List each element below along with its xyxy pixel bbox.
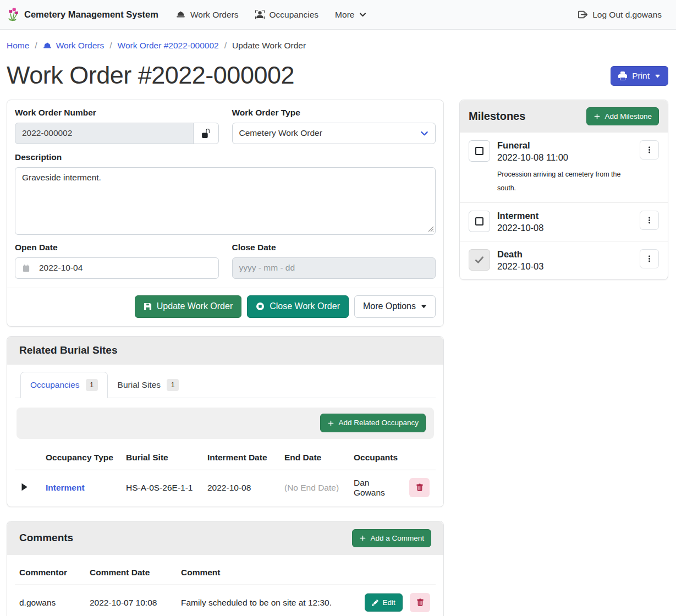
column-header-comment: Comment — [177, 560, 360, 585]
work-order-type-select[interactable] — [232, 123, 436, 144]
milestone-item-interment: Interment 2022-10-08 — [460, 202, 668, 241]
tab-burial-sites[interactable]: Burial Sites 1 — [108, 372, 189, 398]
occupants-cell: Dan Gowans — [349, 470, 405, 505]
occupancy-table-row: Interment HS-A-0S-26E-1-1 2022-10-08 (No… — [15, 470, 436, 505]
column-header-commentor: Commentor — [15, 560, 85, 585]
column-header-comment-date: Comment Date — [85, 560, 177, 585]
breadcrumb-work-orders[interactable]: Work Orders — [43, 41, 105, 51]
nav-menu: Work Orders Occupancies More — [176, 10, 367, 20]
chevron-down-icon — [359, 11, 366, 18]
plus-icon — [327, 420, 334, 427]
breadcrumb-home[interactable]: Home — [7, 41, 29, 51]
close-date-label: Close Date — [232, 243, 436, 252]
hardhat-icon — [43, 41, 52, 50]
milestone-menu-button[interactable] — [640, 140, 659, 160]
kebab-icon — [645, 216, 653, 224]
top-navbar: Cemetery Management System Work Orders O… — [0, 0, 676, 30]
caret-down-icon — [655, 73, 661, 79]
page-title: Work Order #2022-000002 — [7, 61, 294, 90]
form-actions: Update Work Order Close Work Order More … — [7, 288, 443, 318]
comments-table: Commentor Comment Date Comment d.gowans … — [15, 560, 436, 616]
milestone-date: 2022-10-08 — [497, 223, 633, 233]
description-textarea[interactable]: Graveside interment. — [15, 167, 436, 235]
checkbox-unchecked-icon — [475, 147, 483, 155]
add-related-occupancy-button[interactable]: Add Related Occupancy — [320, 414, 426, 432]
open-date-input[interactable] — [15, 257, 219, 279]
related-burial-sites-title: Related Burial Sites — [19, 344, 117, 356]
milestones-title: Milestones — [469, 110, 525, 123]
logout-label: Log Out d.gowans — [592, 10, 662, 20]
column-header-interment-date: Interment Date — [203, 446, 280, 470]
nav-item-label: Occupancies — [270, 10, 319, 20]
print-button[interactable]: Print — [611, 66, 668, 86]
milestone-menu-button[interactable] — [640, 249, 659, 268]
hardhat-icon — [176, 10, 185, 19]
tab-label: Burial Sites — [118, 380, 161, 390]
nav-item-label: Work Orders — [190, 10, 239, 20]
add-milestone-button[interactable]: Add Milestone — [586, 107, 659, 126]
breadcrumb-work-order-number[interactable]: Work Order #2022-000002 — [118, 41, 219, 51]
work-order-form-card: Work Order Number Work Order — [7, 100, 444, 327]
more-options-label: More Options — [363, 301, 416, 312]
tab-count-badge: 1 — [167, 379, 179, 391]
close-date-input — [232, 257, 436, 279]
breadcrumb: Home / Work Orders / Work Order #2022-00… — [0, 30, 676, 58]
milestone-name: Death — [497, 249, 633, 260]
milestone-checkbox[interactable] — [469, 140, 490, 162]
related-burial-sites-header: Related Burial Sites — [7, 337, 443, 365]
save-icon — [144, 302, 152, 311]
nav-item-more[interactable]: More — [335, 10, 366, 20]
occupancy-type-link[interactable]: Interment — [46, 483, 85, 492]
add-related-occupancy-label: Add Related Occupancy — [338, 418, 419, 428]
milestone-date: 2022-10-03 — [497, 261, 633, 272]
play-triangle-icon — [20, 482, 28, 492]
breadcrumb-label: Home — [7, 41, 29, 51]
breadcrumb-label: Work Orders — [56, 41, 105, 51]
work-order-number-input — [15, 123, 194, 144]
comment-table-row: d.gowans 2022-10-07 10:08 Family schedul… — [15, 585, 436, 616]
add-comment-button[interactable]: Add a Comment — [352, 529, 431, 548]
trash-icon — [416, 598, 424, 607]
milestones-header: Milestones Add Milestone — [460, 100, 668, 133]
page-header: Work Order #2022-000002 Print — [0, 58, 676, 100]
column-header-occupants: Occupants — [349, 446, 405, 470]
plus-icon — [359, 535, 366, 542]
comment-date-cell: 2022-10-07 10:08 — [85, 585, 177, 616]
milestone-date: 2022-10-08 11:00 — [497, 152, 633, 163]
unlock-button[interactable] — [193, 123, 219, 144]
close-work-order-button[interactable]: Close Work Order — [247, 295, 349, 318]
edit-comment-button[interactable]: Edit — [365, 593, 402, 612]
breadcrumb-label: Work Order #2022-000002 — [118, 41, 219, 51]
checkmark-icon — [474, 255, 485, 265]
kebab-icon — [645, 255, 653, 263]
related-burial-sites-card: Related Burial Sites Occupancies 1 Buria… — [7, 336, 444, 507]
printer-icon — [618, 72, 627, 80]
add-comment-label: Add a Comment — [370, 534, 424, 543]
tab-count-badge: 1 — [86, 379, 98, 391]
trash-icon — [416, 483, 424, 492]
main-content: Work Order Number Work Order — [0, 100, 676, 616]
nav-item-work-orders[interactable]: Work Orders — [176, 10, 239, 20]
close-label: Close Work Order — [270, 301, 340, 312]
app-brand[interactable]: Cemetery Management System — [7, 7, 158, 22]
milestone-menu-button[interactable] — [640, 211, 659, 230]
milestone-checkbox[interactable] — [469, 211, 490, 232]
delete-comment-button[interactable] — [410, 593, 430, 612]
add-milestone-label: Add Milestone — [604, 112, 652, 122]
update-work-order-button[interactable]: Update Work Order — [135, 295, 241, 318]
column-header-end-date: End Date — [280, 446, 349, 470]
tab-occupancies[interactable]: Occupancies 1 — [20, 372, 108, 398]
expand-row-button[interactable] — [19, 481, 29, 493]
logout-button[interactable]: Log Out d.gowans — [578, 10, 662, 20]
milestones-card: Milestones Add Milestone Funeral 2022-10… — [459, 100, 668, 280]
app-title: Cemetery Management System — [24, 9, 158, 20]
milestone-checkbox-checked[interactable] — [469, 249, 490, 271]
milestone-note: Procession arriving at cemetery from the… — [497, 168, 633, 195]
nav-item-occupancies[interactable]: Occupancies — [255, 10, 319, 20]
print-label: Print — [632, 71, 650, 81]
end-date-cell: (No End Date) — [280, 470, 349, 505]
more-options-button[interactable]: More Options — [354, 295, 436, 318]
nav-item-label: More — [335, 10, 354, 20]
edit-label: Edit — [382, 598, 395, 608]
delete-occupancy-button[interactable] — [409, 478, 430, 497]
